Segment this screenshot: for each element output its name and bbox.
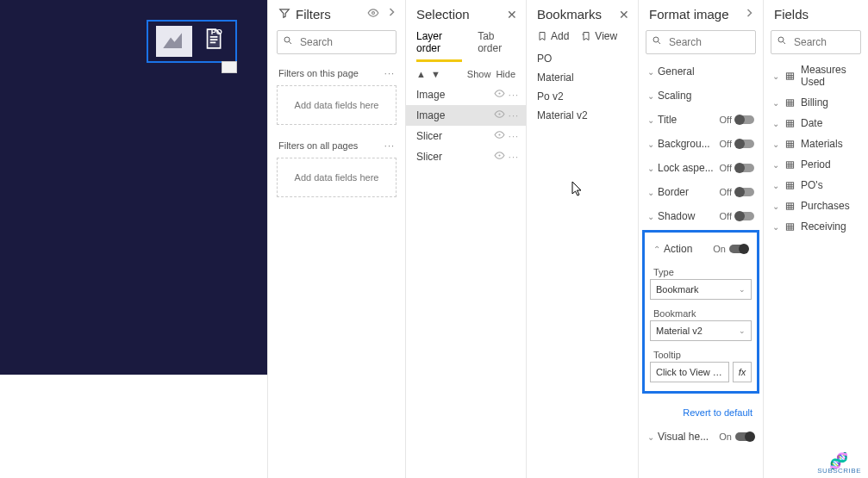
chevron-down-icon: ⌄ bbox=[739, 285, 746, 294]
toggle[interactable] bbox=[735, 164, 754, 172]
show-all-button[interactable]: Show bbox=[467, 69, 491, 79]
visibility-icon[interactable] bbox=[494, 129, 505, 143]
bookmark-item[interactable]: Material bbox=[537, 68, 628, 87]
more-icon[interactable]: ··· bbox=[384, 140, 395, 151]
action-type-dropdown[interactable]: Bookmark⌄ bbox=[650, 279, 752, 300]
visibility-icon[interactable] bbox=[367, 7, 379, 22]
filters-search[interactable] bbox=[277, 30, 397, 54]
po-label: PO bbox=[211, 28, 222, 36]
svg-point-4 bbox=[498, 133, 500, 135]
filters-title: Filters bbox=[296, 7, 367, 22]
more-icon[interactable]: ··· bbox=[509, 152, 519, 162]
format-row[interactable]: ⌄Scaling bbox=[639, 84, 763, 108]
chevron-down-icon: ⌄ bbox=[647, 67, 658, 77]
chevron-down-icon: ⌄ bbox=[772, 222, 779, 232]
collapse-icon[interactable] bbox=[744, 8, 754, 21]
layer-item[interactable]: Slicer··· bbox=[406, 126, 526, 146]
svg-rect-12 bbox=[786, 161, 793, 167]
svg-rect-10 bbox=[786, 120, 793, 126]
fx-button[interactable]: fx bbox=[733, 362, 752, 382]
svg-rect-11 bbox=[786, 140, 793, 146]
bookmark-add-button[interactable]: Add bbox=[537, 30, 569, 42]
fields-search[interactable] bbox=[771, 30, 861, 54]
svg-rect-13 bbox=[786, 182, 793, 188]
bookmark-view-button[interactable]: View bbox=[581, 30, 617, 42]
fields-pane: Fields ⌄Measures Used⌄Billing⌄Date⌄Mater… bbox=[763, 0, 868, 478]
visibility-icon[interactable] bbox=[494, 88, 505, 102]
format-row[interactable]: ⌄TitleOff bbox=[639, 108, 763, 132]
toggle[interactable] bbox=[735, 212, 754, 220]
format-search[interactable] bbox=[646, 30, 756, 54]
action-tooltip-input[interactable]: Click to View Mate... bbox=[650, 362, 729, 382]
selection-title: Selection bbox=[416, 7, 507, 22]
svg-point-6 bbox=[653, 37, 659, 42]
bookmark-item[interactable]: Material v2 bbox=[537, 106, 628, 125]
chevron-down-icon: ⌄ bbox=[647, 140, 658, 149]
more-icon[interactable]: ··· bbox=[509, 110, 519, 121]
chevron-down-icon: ⌄ bbox=[772, 202, 779, 211]
toggle[interactable] bbox=[735, 115, 754, 124]
layer-item[interactable]: Image··· bbox=[406, 105, 526, 126]
svg-point-0 bbox=[372, 12, 375, 15]
bookmark-view-icon bbox=[581, 31, 591, 41]
format-row[interactable]: ⌄Backgrou...Off bbox=[639, 132, 763, 156]
field-table[interactable]: ⌄Materials bbox=[764, 133, 868, 154]
layer-item[interactable]: Image··· bbox=[406, 84, 526, 105]
close-icon[interactable]: ✕ bbox=[507, 8, 517, 22]
action-bookmark-dropdown[interactable]: Material v2⌄ bbox=[650, 320, 752, 341]
bookmark-item[interactable]: PO bbox=[537, 49, 628, 68]
move-down-icon[interactable]: ▼ bbox=[431, 69, 440, 79]
toggle[interactable] bbox=[735, 188, 754, 196]
revert-to-default[interactable]: Revert to default bbox=[639, 400, 763, 425]
svg-point-5 bbox=[498, 154, 500, 156]
format-title: Format image bbox=[649, 7, 744, 22]
report-page[interactable]: PO bbox=[0, 0, 267, 375]
format-row-visual-header[interactable]: ⌄ Visual he... On bbox=[639, 425, 763, 449]
more-icon[interactable]: ··· bbox=[384, 68, 395, 78]
svg-rect-9 bbox=[786, 99, 793, 105]
action-section-highlight: ⌃ Action On Type Bookmark⌄ Bookmark Mate… bbox=[642, 230, 759, 394]
format-row[interactable]: ⌄ShadowOff bbox=[639, 204, 763, 228]
table-icon bbox=[784, 222, 796, 232]
filters-on-all-dropzone[interactable]: Add data fields here bbox=[277, 158, 397, 197]
visibility-icon[interactable] bbox=[494, 150, 505, 164]
chevron-down-icon: ⌄ bbox=[772, 140, 779, 149]
more-icon[interactable]: ··· bbox=[509, 90, 519, 100]
chevron-down-icon: ⌄ bbox=[739, 326, 746, 335]
format-row-action[interactable]: ⌃ Action On bbox=[650, 238, 752, 260]
field-table[interactable]: ⌄Billing bbox=[764, 92, 868, 113]
filters-search-input[interactable] bbox=[277, 30, 397, 54]
field-table[interactable]: ⌄Period bbox=[764, 154, 868, 175]
table-icon bbox=[784, 98, 796, 108]
visibility-icon[interactable] bbox=[494, 109, 505, 122]
toggle-on[interactable] bbox=[729, 245, 748, 253]
tab-tab-order[interactable]: Tab order bbox=[478, 30, 515, 62]
filters-on-page-dropzone[interactable]: Add data fields here bbox=[277, 85, 397, 125]
toggle-on[interactable] bbox=[735, 432, 754, 441]
format-row[interactable]: ⌄Lock aspe...Off bbox=[639, 156, 763, 180]
hide-all-button[interactable]: Hide bbox=[496, 69, 515, 79]
field-table[interactable]: ⌄Purchases bbox=[764, 196, 868, 216]
subscribe-watermark: 🧬 SUBSCRIBE bbox=[817, 455, 861, 475]
canvas-bottom-area bbox=[0, 375, 267, 478]
tab-layer-order[interactable]: Layer order bbox=[416, 30, 462, 62]
move-up-icon[interactable]: ▲ bbox=[416, 69, 426, 79]
bookmark-item[interactable]: Po v2 bbox=[537, 87, 628, 106]
more-icon[interactable]: ··· bbox=[509, 131, 519, 141]
field-table[interactable]: ⌄Receiving bbox=[764, 216, 868, 237]
field-table[interactable]: ⌄Date bbox=[764, 113, 868, 133]
chevron-down-icon: ⌄ bbox=[647, 188, 658, 197]
close-icon[interactable]: ✕ bbox=[619, 8, 629, 22]
collapse-icon[interactable] bbox=[386, 7, 397, 22]
field-table[interactable]: ⌄Measures Used bbox=[764, 59, 868, 92]
layer-item[interactable]: Slicer··· bbox=[406, 146, 526, 167]
format-row[interactable]: ⌄BorderOff bbox=[639, 180, 763, 204]
field-table[interactable]: ⌄PO's bbox=[764, 175, 868, 196]
format-search-input[interactable] bbox=[646, 30, 756, 54]
selected-image-visual[interactable]: PO bbox=[147, 20, 237, 63]
toggle[interactable] bbox=[735, 140, 754, 148]
report-canvas[interactable]: PO bbox=[0, 0, 267, 478]
chevron-up-icon: ⌃ bbox=[653, 245, 664, 254]
format-row[interactable]: ⌄General bbox=[639, 59, 763, 84]
chevron-down-icon: ⌄ bbox=[772, 119, 779, 128]
